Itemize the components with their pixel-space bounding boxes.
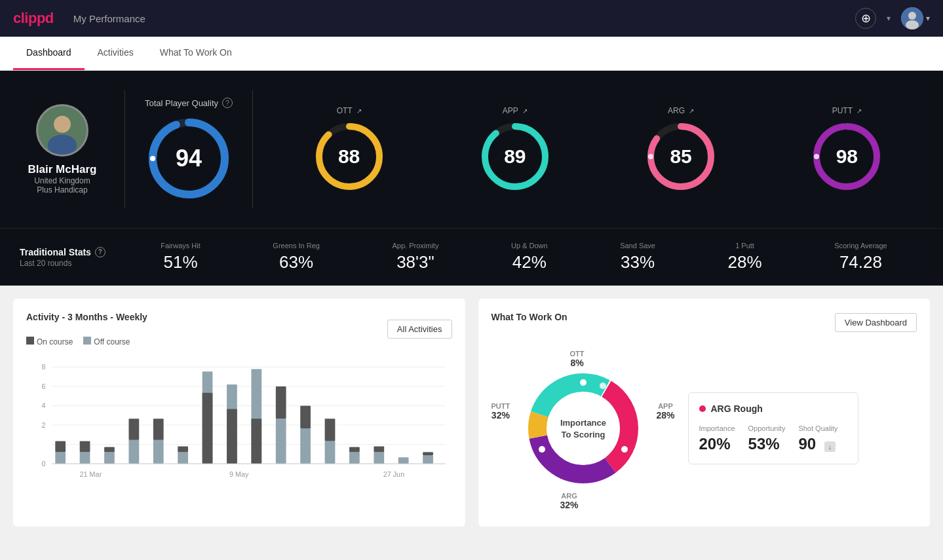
tab-dashboard[interactable]: Dashboard	[13, 37, 85, 70]
info-card-metrics: Importance 20% Opportunity 53% Shot Qual…	[699, 424, 847, 453]
header-actions: ⊕ ▾ ▾	[855, 7, 930, 29]
user-avatar-button[interactable]: ▾	[901, 7, 930, 29]
svg-point-71	[621, 446, 628, 453]
svg-rect-38	[128, 419, 139, 439]
chart-area: 8 6 4 2 0	[26, 353, 452, 484]
header-chevron: ▾	[887, 14, 891, 23]
header-title: My Performance	[73, 13, 145, 24]
svg-rect-39	[153, 440, 164, 464]
svg-point-4	[54, 116, 71, 133]
putt-donut-label: PUTT 32%	[491, 402, 510, 420]
svg-rect-37	[128, 440, 139, 464]
info-card: ARG Rough Importance 20% Opportunity 53%…	[688, 392, 858, 464]
pink-dot-icon	[699, 405, 706, 412]
view-dashboard-button[interactable]: View Dashboard	[835, 313, 917, 332]
activity-chart-panel: Activity - 3 Months - Weekly On course O…	[13, 299, 465, 527]
stats-bar: Traditional Stats ? Last 20 rounds Fairw…	[0, 228, 943, 286]
hero-section: Blair McHarg United Kingdom Plus Handica…	[0, 71, 943, 228]
bottom-panels: Activity - 3 Months - Weekly On course O…	[0, 286, 943, 540]
up-down-value: 42%	[512, 252, 547, 272]
shot-quality-metric: Shot Quality 90 ↓	[798, 424, 837, 453]
tpq-help-icon[interactable]: ?	[222, 98, 233, 108]
arg-label: ARG↗	[668, 106, 694, 115]
svg-rect-46	[227, 409, 237, 464]
player-handicap: Plus Handicap	[37, 185, 87, 195]
svg-rect-40	[153, 419, 164, 439]
gir-value: 63%	[279, 252, 313, 272]
bar-chart-svg: 8 6 4 2 0	[26, 353, 452, 497]
chart-legend: On course Off course	[26, 337, 147, 346]
svg-rect-61	[423, 452, 433, 455]
shot-quality-value: 90 ↓	[798, 435, 837, 453]
svg-rect-48	[251, 419, 261, 464]
what-to-work-on-panel: What To Work On View Dashboard OTT 8% AP…	[478, 299, 931, 527]
svg-text:27 Jun: 27 Jun	[383, 470, 404, 478]
svg-text:To Scoring: To Scoring	[561, 430, 605, 439]
svg-point-70	[580, 379, 587, 386]
svg-rect-52	[300, 405, 311, 428]
svg-rect-31	[55, 452, 66, 464]
importance-value: 20%	[699, 435, 735, 453]
tpq-value: 94	[176, 145, 202, 172]
svg-text:2: 2	[42, 421, 46, 429]
svg-rect-50	[276, 386, 286, 419]
opportunity-value: 53%	[748, 435, 786, 453]
traditional-stats-label: Traditional Stats ?	[20, 247, 125, 257]
svg-point-74	[547, 392, 619, 464]
add-button[interactable]: ⊕	[855, 8, 876, 29]
tpq-ring: 94	[146, 116, 231, 201]
svg-text:0: 0	[42, 460, 46, 468]
app-label: APP↗	[503, 106, 528, 115]
svg-rect-41	[178, 452, 188, 464]
stats-values: Fairways Hit 51% Greens In Reg 63% App. …	[125, 242, 923, 272]
svg-rect-51	[300, 428, 311, 464]
avatar	[901, 7, 923, 29]
arg-score: ARG↗ 85	[645, 106, 717, 193]
ott-score: OTT↗ 88	[313, 106, 385, 193]
one-putt-label: 1 Putt	[735, 242, 754, 250]
app-value: 89	[504, 145, 526, 168]
svg-text:Importance: Importance	[560, 418, 606, 428]
ott-ring: 88	[313, 121, 385, 193]
svg-rect-55	[349, 452, 360, 464]
svg-rect-54	[325, 419, 336, 441]
tab-activities[interactable]: Activities	[85, 37, 147, 70]
wtwo-content: OTT 8% APP 28% ARG 32% PUTT 32%	[491, 343, 917, 513]
svg-rect-6	[55, 136, 69, 149]
donut-svg: Importance To Scoring	[518, 363, 649, 494]
vertical-divider-2	[252, 90, 253, 208]
scoring-avg-label: Scoring Average	[834, 242, 887, 250]
arg-donut-label: ARG 32%	[560, 492, 579, 510]
svg-rect-56	[349, 447, 360, 452]
up-down-label: Up & Down	[511, 242, 548, 250]
scores-grid: OTT↗ 88 APP↗	[273, 106, 923, 193]
stats-label-section: Traditional Stats ? Last 20 rounds	[20, 247, 125, 268]
player-info: Blair McHarg United Kingdom Plus Handica…	[20, 104, 105, 195]
svg-rect-58	[374, 446, 384, 452]
one-putt-stat: 1 Putt 28%	[728, 242, 762, 272]
svg-text:8: 8	[42, 363, 46, 371]
svg-rect-49	[276, 419, 286, 464]
sand-save-stat: Sand Save 33%	[620, 242, 655, 272]
arg-value: 85	[670, 145, 691, 168]
ott-value: 88	[338, 145, 360, 168]
tab-what-to-work-on[interactable]: What To Work On	[147, 37, 245, 70]
app-ring: 89	[479, 121, 551, 193]
all-activities-button[interactable]: All Activities	[387, 320, 452, 339]
svg-text:21 Mar: 21 Mar	[80, 470, 102, 478]
scoring-avg-stat: Scoring Average 74.28	[834, 242, 887, 272]
svg-point-72	[539, 446, 545, 453]
gir-label: Greens In Reg	[273, 242, 320, 250]
svg-rect-32	[55, 441, 66, 453]
svg-point-2	[906, 20, 919, 29]
app-prox-label: App. Proximity	[392, 242, 438, 250]
stats-help-icon[interactable]: ?	[95, 247, 106, 257]
wtwo-title: What To Work On	[491, 312, 568, 322]
svg-text:4: 4	[42, 401, 46, 409]
svg-text:9 May: 9 May	[229, 470, 249, 478]
svg-rect-33	[80, 452, 90, 464]
svg-rect-57	[374, 452, 384, 464]
svg-rect-53	[325, 441, 336, 464]
svg-rect-60	[423, 455, 433, 464]
putt-label: PUTT↗	[832, 106, 862, 115]
